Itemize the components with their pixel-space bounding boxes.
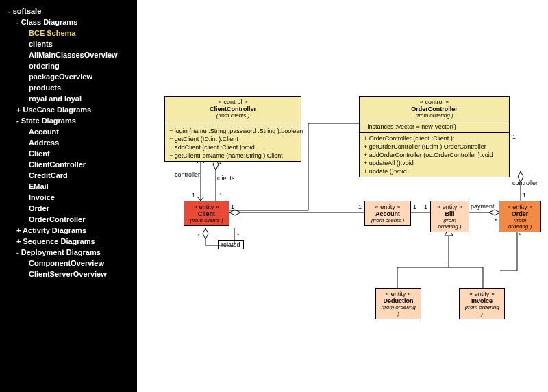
item-order[interactable]: Order	[5, 203, 137, 214]
group-class-diagrams[interactable]: - Class Diagrams	[5, 16, 137, 27]
label-controller: controller	[512, 180, 538, 186]
item-clientserveroverview[interactable]: ClientServerOverview	[5, 269, 137, 280]
item-invoice[interactable]: Invoice	[5, 192, 137, 203]
mult-1: 1	[413, 204, 416, 210]
class-name: Order	[503, 210, 536, 217]
mult-1: 1	[231, 204, 234, 210]
class-from: (from clients )	[369, 217, 406, 223]
item-ordercontroller[interactable]: OrderController	[5, 214, 137, 225]
label-clients: clients	[217, 175, 235, 182]
item-email[interactable]: EMail	[5, 181, 137, 192]
stereotype: « entity »	[369, 204, 406, 210]
class-invoice[interactable]: « entity » Invoice (from ordering )	[459, 288, 505, 319]
class-bill[interactable]: « entity » Bill (from ordering )	[430, 201, 469, 232]
op: + update ():void	[364, 167, 505, 175]
group-activity[interactable]: + Activity Diagrams	[5, 225, 137, 236]
mult-star: *	[519, 232, 521, 238]
class-from: (from ordering )	[435, 217, 464, 230]
class-name: OrderController	[364, 106, 505, 112]
group-usecase[interactable]: + UseCase Diagrams	[5, 104, 137, 115]
item-componentoverview[interactable]: ComponentOverview	[5, 258, 137, 269]
item-products[interactable]: products	[5, 82, 137, 93]
op: + login (name :String ,password :String …	[169, 127, 297, 135]
item-packageoverview[interactable]: packageOverview	[5, 71, 137, 82]
class-name: Bill	[435, 210, 464, 217]
mult-1: 1	[197, 233, 201, 240]
class-from: (from clients )	[188, 217, 225, 223]
stereotype: « entity »	[464, 291, 500, 297]
mult-star: *	[495, 217, 497, 224]
class-clientcontroller[interactable]: « control » ClientController (from clien…	[164, 96, 301, 162]
mult-star: *	[237, 232, 240, 238]
item-royal-loyal[interactable]: royal and loyal	[5, 93, 137, 104]
item-ordering[interactable]: ordering	[5, 60, 137, 71]
op: + updateAll ():void	[364, 159, 505, 167]
class-from: (from ordering )	[364, 112, 505, 119]
group-deployment[interactable]: - Deployment Diagrams	[5, 247, 137, 258]
item-clientcontroller[interactable]: ClientController	[5, 159, 137, 170]
mult-1: 1	[358, 204, 362, 210]
class-from: (from ordering )	[464, 304, 500, 317]
mult-star: *	[219, 161, 222, 168]
mult-1: 1	[219, 192, 223, 199]
op: + addOrderController (oc:OrderController…	[364, 151, 505, 159]
class-account[interactable]: « entity » Account (from clients )	[364, 201, 411, 226]
class-order[interactable]: « entity » Order (from ordering )	[499, 201, 541, 232]
op: + addClient (client :Client ):void	[169, 143, 297, 151]
item-allmainclasses[interactable]: AllMainClassesOverview	[5, 49, 137, 60]
mult-1: 1	[424, 204, 427, 210]
class-name: Deduction	[380, 297, 416, 304]
sidebar: - softsale - Class Diagrams BCE Schema c…	[0, 0, 137, 392]
class-client[interactable]: « entity » Client (from clients )	[184, 201, 229, 226]
op: + getClient (ID:int ):Client	[169, 135, 297, 143]
label-controller: controller	[175, 171, 200, 178]
class-ordercontroller[interactable]: « control » OrderController (from orderi…	[359, 96, 510, 177]
item-bce-schema[interactable]: BCE Schema	[5, 27, 137, 38]
label-related: related	[218, 240, 244, 249]
svg-marker-5	[229, 210, 240, 215]
diagram-canvas[interactable]: « control » ClientController (from clien…	[137, 0, 548, 392]
class-from: (from clients )	[169, 112, 297, 119]
stereotype: « control »	[169, 99, 297, 106]
stereotype: « entity »	[188, 204, 225, 210]
edges	[137, 0, 548, 392]
attr: - instances :Vector = new Vector()	[364, 123, 505, 131]
item-client[interactable]: Client	[5, 148, 137, 159]
mult-1: 1	[512, 134, 516, 140]
class-name: ClientController	[169, 106, 297, 112]
stereotype: « control »	[364, 99, 505, 106]
class-name: Account	[369, 210, 406, 217]
class-name: Client	[188, 210, 225, 217]
op: + getOrderController (ID:int ):OrderCont…	[364, 143, 505, 151]
stereotype: « entity »	[435, 204, 464, 210]
item-account[interactable]: Account	[5, 126, 137, 137]
label-payment: payment	[471, 203, 495, 210]
mult-1: 1	[192, 192, 195, 199]
mult-1: 1	[523, 192, 526, 199]
stereotype: « entity »	[380, 291, 416, 297]
op: + OrderController (client :Client ):	[364, 134, 505, 143]
op: + getClientForName (name:String ):Client	[169, 151, 297, 160]
group-sequence[interactable]: + Sequence Diagrams	[5, 236, 137, 247]
class-from: (from ordering )	[503, 217, 536, 230]
item-clients[interactable]: clients	[5, 38, 137, 49]
item-address[interactable]: Address	[5, 137, 137, 148]
item-creditcard[interactable]: CreditCard	[5, 170, 137, 181]
class-deduction[interactable]: « entity » Deduction (from ordering )	[375, 288, 421, 319]
svg-marker-3	[203, 228, 208, 239]
group-state[interactable]: - State Diagrams	[5, 115, 137, 126]
tree-root[interactable]: - softsale	[5, 5, 137, 16]
class-name: Invoice	[464, 297, 500, 304]
stereotype: « entity »	[503, 204, 536, 210]
class-from: (from ordering )	[380, 304, 416, 317]
